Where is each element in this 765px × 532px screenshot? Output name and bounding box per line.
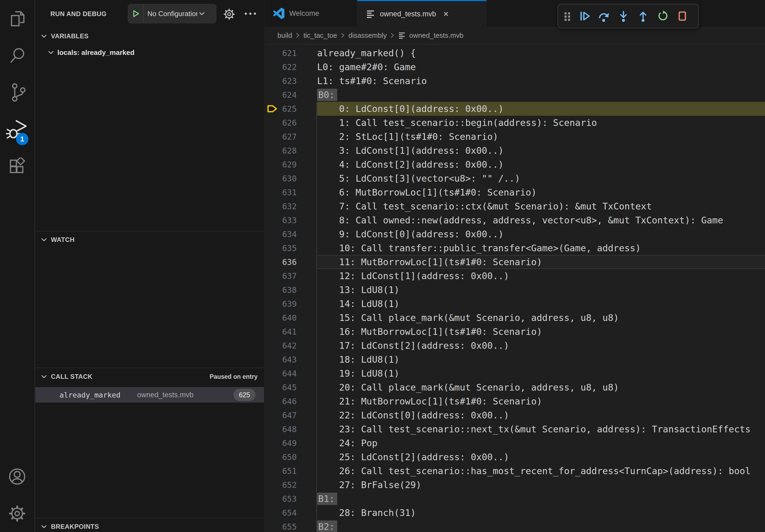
line-content[interactable]: 21: MutBorrowLoc[1](ts#1#0: Scenario) xyxy=(317,396,542,406)
breadcrumb-item[interactable]: owned_tests.mvb xyxy=(409,31,463,40)
settings-gear-icon[interactable] xyxy=(0,495,34,532)
code-line[interactable]: 64015: Call place_mark(&mut Scenario, ad… xyxy=(265,311,765,325)
code-line[interactable]: 623L1: ts#1#0: Scenario xyxy=(265,74,765,88)
toolbar-gripper-icon[interactable] xyxy=(564,10,571,22)
glyph-margin[interactable] xyxy=(265,506,280,520)
code-line[interactable]: 64217: LdConst[2](address: 0x00..) xyxy=(265,339,765,353)
step-out-icon[interactable] xyxy=(637,10,649,22)
code-line[interactable]: 6349: LdConst[0](address: 0x00..) xyxy=(265,227,765,241)
code-line[interactable]: 64116: MutBorrowLoc[1](ts#1#0: Scenario) xyxy=(265,325,765,339)
line-content[interactable]: 20: Call place_mark(&mut Scenario, addre… xyxy=(317,382,619,393)
account-icon[interactable] xyxy=(0,458,34,495)
line-content[interactable]: 17: LdConst[2](address: 0x00..) xyxy=(317,340,509,351)
code-line[interactable]: 6272: StLoc[1](ts#1#0: Scenario) xyxy=(265,130,765,143)
line-content[interactable]: 14: LdU8(1) xyxy=(317,298,399,309)
code-line[interactable]: 65126: Call test_scenario::has_most_rece… xyxy=(265,464,765,478)
stop-icon[interactable] xyxy=(676,10,688,22)
run-and-debug-icon[interactable]: 1 xyxy=(0,111,34,148)
code-line[interactable]: 63712: LdConst[1](address: 0x00..) xyxy=(265,269,765,283)
code-line[interactable]: 65227: BrFalse(29) xyxy=(265,478,765,492)
line-content[interactable]: 7: Call test_scenario::ctx(&mut Scenario… xyxy=(317,201,652,212)
line-content[interactable]: already_marked() { xyxy=(317,48,416,58)
code-line[interactable]: 6338: Call owned::new(address, address, … xyxy=(265,213,765,227)
line-content[interactable]: L0: game#2#0: Game xyxy=(317,62,416,72)
line-content[interactable]: 8: Call owned::new(address, address, vec… xyxy=(317,215,723,226)
line-content[interactable]: 5: LdConst[3](vector<u8>: "" /..) xyxy=(317,173,520,184)
breadcrumb-item[interactable]: tic_tac_toe xyxy=(304,31,337,40)
code-line[interactable]: 64419: LdU8(1) xyxy=(265,367,765,381)
more-actions-icon[interactable] xyxy=(244,11,257,18)
debug-stopped-arrow-icon[interactable] xyxy=(265,102,280,116)
code-line[interactable]: 64924: Pop xyxy=(265,436,765,450)
glyph-margin[interactable] xyxy=(265,143,280,157)
line-content[interactable]: 18: LdU8(1) xyxy=(317,354,399,365)
code-line[interactable]: 6305: LdConst[3](vector<u8>: "" /..) xyxy=(265,171,765,185)
code-line[interactable]: 63914: LdU8(1) xyxy=(265,297,765,311)
line-content[interactable]: 25: LdConst[2](address: 0x00..) xyxy=(317,452,509,462)
code-line[interactable]: 622L0: game#2#0: Game xyxy=(265,60,765,74)
line-content[interactable]: 4: LdConst[2](address: 0x00..) xyxy=(317,159,504,170)
line-content[interactable]: B1: xyxy=(317,493,337,504)
line-content[interactable]: B0: xyxy=(317,90,337,100)
code-line[interactable]: 65428: Branch(31) xyxy=(265,506,765,520)
glyph-margin[interactable] xyxy=(265,478,280,492)
code-line[interactable]: 63813: LdU8(1) xyxy=(265,283,765,297)
glyph-margin[interactable] xyxy=(265,185,280,199)
glyph-margin[interactable] xyxy=(265,46,280,60)
code-line[interactable]: 655B2: xyxy=(265,520,765,532)
line-content[interactable]: 6: MutBorrowLoc[1](ts#1#0: Scenario) xyxy=(317,187,537,198)
glyph-margin[interactable] xyxy=(265,422,280,436)
line-content[interactable]: 11: MutBorrowLoc[1](ts#1#0: Scenario) xyxy=(317,257,542,267)
tab-welcome[interactable]: Welcome xyxy=(265,0,357,27)
glyph-margin[interactable] xyxy=(265,381,280,394)
glyph-margin[interactable] xyxy=(265,520,280,532)
glyph-margin[interactable] xyxy=(265,171,280,185)
line-content[interactable]: 0: LdConst[0](address: 0x00..) xyxy=(317,104,504,114)
watch-section-header[interactable]: WATCH xyxy=(35,231,264,248)
explorer-icon[interactable] xyxy=(0,0,34,37)
glyph-margin[interactable] xyxy=(265,450,280,464)
breadcrumb-item[interactable]: build xyxy=(278,31,292,40)
search-icon[interactable] xyxy=(0,37,34,74)
glyph-margin[interactable] xyxy=(265,269,280,283)
glyph-margin[interactable] xyxy=(265,283,280,297)
step-over-icon[interactable] xyxy=(598,10,610,22)
glyph-margin[interactable] xyxy=(265,116,280,130)
code-line[interactable]: 6250: LdConst[0](address: 0x00..) xyxy=(265,102,765,116)
line-content[interactable]: 1: Call test_scenario::begin(address): S… xyxy=(317,117,597,128)
code-line[interactable]: 6316: MutBorrowLoc[1](ts#1#0: Scenario) xyxy=(265,185,765,199)
glyph-margin[interactable] xyxy=(265,339,280,353)
glyph-margin[interactable] xyxy=(265,408,280,422)
code-line[interactable]: 653B1: xyxy=(265,492,765,506)
code-line[interactable]: 64823: Call test_scenario::next_tx(&mut … xyxy=(265,422,765,436)
code-line[interactable]: 64318: LdU8(1) xyxy=(265,353,765,367)
glyph-margin[interactable] xyxy=(265,311,280,325)
glyph-margin[interactable] xyxy=(265,325,280,339)
glyph-margin[interactable] xyxy=(265,60,280,74)
code-line[interactable]: 6294: LdConst[2](address: 0x00..) xyxy=(265,157,765,171)
restart-icon[interactable] xyxy=(656,10,669,22)
locals-scope-row[interactable]: locals: already_marked xyxy=(35,45,264,60)
line-content[interactable]: 23: Call test_scenario::next_tx(&mut Sce… xyxy=(317,424,751,434)
line-content[interactable]: 26: Call test_scenario::has_most_recent_… xyxy=(317,465,751,476)
call-stack-section-header[interactable]: CALL STACK Paused on entry xyxy=(35,368,264,385)
glyph-margin[interactable] xyxy=(265,213,280,227)
line-content[interactable]: 9: LdConst[0](address: 0x00..) xyxy=(317,229,504,239)
line-content[interactable]: 2: StLoc[1](ts#1#0: Scenario) xyxy=(317,131,498,142)
glyph-margin[interactable] xyxy=(265,88,280,102)
glyph-margin[interactable] xyxy=(265,436,280,450)
glyph-margin[interactable] xyxy=(265,255,280,269)
start-debug-icon[interactable] xyxy=(132,10,140,18)
code-line[interactable]: 65025: LdConst[2](address: 0x00..) xyxy=(265,450,765,464)
line-content[interactable]: 16: MutBorrowLoc[1](ts#1#0: Scenario) xyxy=(317,326,542,337)
step-into-icon[interactable] xyxy=(617,10,630,22)
code-line[interactable]: 64722: LdConst[0](address: 0x00..) xyxy=(265,408,765,422)
glyph-margin[interactable] xyxy=(265,227,280,241)
glyph-margin[interactable] xyxy=(265,130,280,143)
line-content[interactable]: 22: LdConst[0](address: 0x00..) xyxy=(317,410,509,420)
glyph-margin[interactable] xyxy=(265,464,280,478)
glyph-margin[interactable] xyxy=(265,297,280,311)
line-content[interactable]: 28: Branch(31) xyxy=(317,507,416,518)
continue-icon[interactable] xyxy=(578,10,590,22)
code-line[interactable]: 6327: Call test_scenario::ctx(&mut Scena… xyxy=(265,199,765,213)
